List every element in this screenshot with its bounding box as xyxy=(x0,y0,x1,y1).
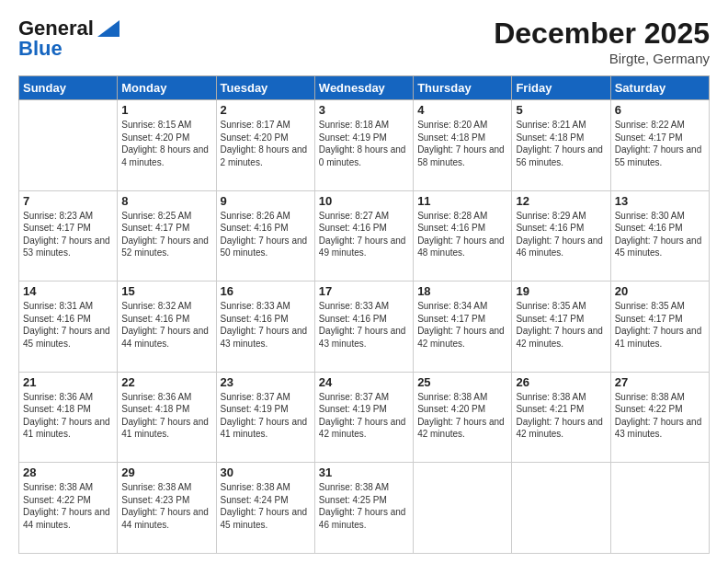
table-cell: 21Sunrise: 8:36 AMSunset: 4:18 PMDayligh… xyxy=(19,372,118,463)
table-cell: 25Sunrise: 8:38 AMSunset: 4:20 PMDayligh… xyxy=(414,372,512,463)
day-info: Sunrise: 8:21 AMSunset: 4:18 PMDaylight:… xyxy=(516,119,606,168)
table-cell: 26Sunrise: 8:38 AMSunset: 4:21 PMDayligh… xyxy=(512,372,610,463)
day-info: Sunrise: 8:36 AMSunset: 4:18 PMDaylight:… xyxy=(121,391,211,441)
day-info: Sunrise: 8:23 AMSunset: 4:17 PMDaylight:… xyxy=(23,210,113,259)
table-cell: 5Sunrise: 8:21 AMSunset: 4:18 PMDaylight… xyxy=(512,100,610,191)
table-cell: 27Sunrise: 8:38 AMSunset: 4:22 PMDayligh… xyxy=(610,372,709,463)
day-info: Sunrise: 8:17 AMSunset: 4:20 PMDaylight:… xyxy=(221,119,311,168)
header-monday: Monday xyxy=(118,76,216,100)
day-number: 30 xyxy=(221,465,311,479)
day-number: 20 xyxy=(615,284,705,298)
table-cell: 9Sunrise: 8:26 AMSunset: 4:16 PMDaylight… xyxy=(216,190,314,282)
day-number: 31 xyxy=(319,465,409,479)
day-info: Sunrise: 8:38 AMSunset: 4:20 PMDaylight:… xyxy=(417,391,507,441)
header: General Blue December 2025 Birgte, Germa… xyxy=(18,17,710,66)
day-number: 28 xyxy=(23,465,113,479)
day-number: 27 xyxy=(615,375,705,389)
day-number: 1 xyxy=(121,103,211,117)
day-info: Sunrise: 8:30 AMSunset: 4:16 PMDaylight:… xyxy=(615,210,705,259)
day-number: 7 xyxy=(23,194,113,208)
table-cell xyxy=(19,100,118,191)
day-info: Sunrise: 8:29 AMSunset: 4:16 PMDaylight:… xyxy=(516,210,606,259)
table-cell: 13Sunrise: 8:30 AMSunset: 4:16 PMDayligh… xyxy=(610,190,709,282)
week-row-0: 1Sunrise: 8:15 AMSunset: 4:20 PMDaylight… xyxy=(19,100,710,191)
day-number: 13 xyxy=(615,194,705,208)
table-cell: 28Sunrise: 8:38 AMSunset: 4:22 PMDayligh… xyxy=(19,463,118,554)
header-thursday: Thursday xyxy=(414,76,512,100)
day-info: Sunrise: 8:33 AMSunset: 4:16 PMDaylight:… xyxy=(221,300,311,350)
table-cell xyxy=(512,463,610,554)
day-number: 25 xyxy=(417,375,507,389)
svg-marker-0 xyxy=(97,20,119,37)
table-cell: 15Sunrise: 8:32 AMSunset: 4:16 PMDayligh… xyxy=(118,282,216,373)
day-number: 11 xyxy=(417,194,507,208)
day-info: Sunrise: 8:35 AMSunset: 4:17 PMDaylight:… xyxy=(516,300,606,350)
day-number: 4 xyxy=(417,103,507,117)
header-friday: Friday xyxy=(512,76,610,100)
day-info: Sunrise: 8:31 AMSunset: 4:16 PMDaylight:… xyxy=(23,300,113,350)
day-number: 19 xyxy=(516,284,606,298)
table-cell: 6Sunrise: 8:22 AMSunset: 4:17 PMDaylight… xyxy=(610,100,709,191)
table-cell: 29Sunrise: 8:38 AMSunset: 4:23 PMDayligh… xyxy=(118,463,216,554)
day-number: 21 xyxy=(23,375,113,389)
day-info: Sunrise: 8:20 AMSunset: 4:18 PMDaylight:… xyxy=(417,119,507,168)
table-cell: 16Sunrise: 8:33 AMSunset: 4:16 PMDayligh… xyxy=(216,282,314,373)
day-info: Sunrise: 8:32 AMSunset: 4:16 PMDaylight:… xyxy=(121,300,211,350)
table-cell: 10Sunrise: 8:27 AMSunset: 4:16 PMDayligh… xyxy=(314,190,413,282)
day-info: Sunrise: 8:34 AMSunset: 4:17 PMDaylight:… xyxy=(417,300,507,350)
header-saturday: Saturday xyxy=(610,76,709,100)
table-cell: 12Sunrise: 8:29 AMSunset: 4:16 PMDayligh… xyxy=(512,190,610,282)
table-cell: 17Sunrise: 8:33 AMSunset: 4:16 PMDayligh… xyxy=(314,282,413,373)
title-block: December 2025 Birgte, Germany xyxy=(494,17,710,66)
table-cell: 31Sunrise: 8:38 AMSunset: 4:25 PMDayligh… xyxy=(314,463,413,554)
day-number: 23 xyxy=(221,375,311,389)
table-cell: 14Sunrise: 8:31 AMSunset: 4:16 PMDayligh… xyxy=(19,282,118,373)
day-info: Sunrise: 8:35 AMSunset: 4:17 PMDaylight:… xyxy=(615,300,705,350)
table-cell: 2Sunrise: 8:17 AMSunset: 4:20 PMDaylight… xyxy=(216,100,314,191)
table-cell: 1Sunrise: 8:15 AMSunset: 4:20 PMDaylight… xyxy=(118,100,216,191)
day-info: Sunrise: 8:18 AMSunset: 4:19 PMDaylight:… xyxy=(319,119,409,168)
day-number: 9 xyxy=(221,194,311,208)
day-number: 10 xyxy=(319,194,409,208)
table-cell: 20Sunrise: 8:35 AMSunset: 4:17 PMDayligh… xyxy=(610,282,709,373)
logo: General Blue xyxy=(18,17,119,61)
table-cell: 24Sunrise: 8:37 AMSunset: 4:19 PMDayligh… xyxy=(314,372,413,463)
table-cell: 4Sunrise: 8:20 AMSunset: 4:18 PMDaylight… xyxy=(414,100,512,191)
day-info: Sunrise: 8:37 AMSunset: 4:19 PMDaylight:… xyxy=(221,391,311,441)
logo-icon xyxy=(94,18,119,39)
calendar-table: Sunday Monday Tuesday Wednesday Thursday… xyxy=(18,75,710,554)
table-cell: 19Sunrise: 8:35 AMSunset: 4:17 PMDayligh… xyxy=(512,282,610,373)
day-info: Sunrise: 8:26 AMSunset: 4:16 PMDaylight:… xyxy=(221,210,311,259)
header-tuesday: Tuesday xyxy=(216,76,314,100)
day-number: 22 xyxy=(121,375,211,389)
day-info: Sunrise: 8:38 AMSunset: 4:24 PMDaylight:… xyxy=(221,481,311,531)
page: General Blue December 2025 Birgte, Germa… xyxy=(0,0,728,563)
week-row-4: 28Sunrise: 8:38 AMSunset: 4:22 PMDayligh… xyxy=(19,463,710,554)
table-cell xyxy=(414,463,512,554)
day-number: 16 xyxy=(221,284,311,298)
day-number: 12 xyxy=(516,194,606,208)
day-number: 29 xyxy=(121,465,211,479)
header-sunday: Sunday xyxy=(19,76,118,100)
table-cell: 23Sunrise: 8:37 AMSunset: 4:19 PMDayligh… xyxy=(216,372,314,463)
day-info: Sunrise: 8:38 AMSunset: 4:23 PMDaylight:… xyxy=(121,481,211,531)
table-cell: 3Sunrise: 8:18 AMSunset: 4:19 PMDaylight… xyxy=(314,100,413,191)
day-number: 8 xyxy=(121,194,211,208)
day-info: Sunrise: 8:33 AMSunset: 4:16 PMDaylight:… xyxy=(319,300,409,350)
calendar-header-row: Sunday Monday Tuesday Wednesday Thursday… xyxy=(19,76,710,100)
day-number: 6 xyxy=(615,103,705,117)
day-info: Sunrise: 8:38 AMSunset: 4:22 PMDaylight:… xyxy=(615,391,705,441)
calendar-location: Birgte, Germany xyxy=(494,51,710,66)
table-cell: 11Sunrise: 8:28 AMSunset: 4:16 PMDayligh… xyxy=(414,190,512,282)
day-info: Sunrise: 8:38 AMSunset: 4:21 PMDaylight:… xyxy=(516,391,606,441)
day-number: 14 xyxy=(23,284,113,298)
day-number: 26 xyxy=(516,375,606,389)
day-number: 3 xyxy=(319,103,409,117)
day-info: Sunrise: 8:27 AMSunset: 4:16 PMDaylight:… xyxy=(319,210,409,259)
table-cell: 30Sunrise: 8:38 AMSunset: 4:24 PMDayligh… xyxy=(216,463,314,554)
day-number: 5 xyxy=(516,103,606,117)
week-row-2: 14Sunrise: 8:31 AMSunset: 4:16 PMDayligh… xyxy=(19,282,710,373)
day-info: Sunrise: 8:25 AMSunset: 4:17 PMDaylight:… xyxy=(121,210,211,259)
day-info: Sunrise: 8:38 AMSunset: 4:25 PMDaylight:… xyxy=(319,481,409,531)
table-cell xyxy=(610,463,709,554)
